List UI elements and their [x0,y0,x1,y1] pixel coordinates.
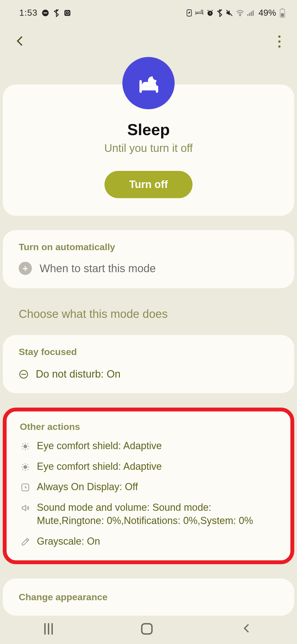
svg-rect-13 [281,8,284,9]
change-appearance-heading: Change appearance [19,592,278,602]
nav-back-button[interactable] [241,623,253,635]
other-actions-heading: Other actions [20,421,277,432]
dnd-row[interactable]: Do not disturb: On [19,368,278,380]
svg-rect-9 [249,13,250,16]
action-row-sound[interactable]: Sound mode and volume: Sound mode: Mute,… [20,501,277,528]
status-time: 1:53 [19,8,37,18]
svg-rect-1 [44,12,47,13]
svg-rect-8 [247,14,248,16]
bluetooth-icon-2 [217,9,223,17]
eyedropper-icon [20,536,31,547]
stay-focused-heading: Stay focused [19,346,278,357]
header-nav [0,23,297,57]
back-button[interactable] [14,34,27,49]
add-schedule-row[interactable]: + When to start this mode [19,262,278,275]
status-bar: 1:53 49% [0,0,297,23]
dnd-icon [19,369,29,379]
clock-app-icon [64,9,71,17]
section-choose-title: Choose what this mode does [3,288,294,321]
dnd-label: Do not disturb: On [36,368,120,380]
sleep-mode-icon [122,57,175,109]
svg-line-33 [22,469,23,470]
mute-icon [226,9,233,17]
svg-line-31 [22,464,23,465]
plus-icon: + [19,262,32,275]
battery-percent: 49% [258,8,276,18]
svg-line-32 [28,469,28,470]
nav-recents-button[interactable] [44,623,53,635]
svg-line-25 [28,443,28,444]
turn-off-button[interactable]: Turn off [105,171,193,198]
more-options-button[interactable] [278,36,283,48]
clock-square-icon [20,482,31,493]
signal-icon [247,10,255,16]
dnd-status-icon [42,9,49,17]
leaf-icon [186,9,193,17]
wifi-icon [236,10,244,16]
action-label: Grayscale: On [37,535,277,548]
change-appearance-card[interactable]: Change appearance [3,578,294,616]
action-row-eye-comfort-2[interactable]: Eye comfort shield: Adaptive [20,460,277,473]
action-label: Always On Display: Off [37,480,277,494]
svg-point-17 [24,445,27,448]
speaker-icon [20,503,31,514]
svg-point-26 [24,465,27,468]
svg-rect-11 [252,10,254,16]
svg-line-34 [28,464,28,465]
action-row-eye-comfort-1[interactable]: Eye comfort shield: Adaptive [20,439,277,453]
other-actions-card[interactable]: Other actions Eye comfort shield: Adapti… [3,408,294,564]
svg-point-7 [240,15,241,16]
status-left: 1:53 [19,8,71,18]
bluetooth-icon [53,9,59,17]
action-row-grayscale[interactable]: Grayscale: On [20,535,277,548]
add-schedule-label: When to start this mode [40,262,156,275]
alarm-icon [206,9,214,17]
auto-heading: Turn on automatically [19,242,278,252]
sun-icon [20,462,31,473]
stay-focused-card[interactable]: Stay focused Do not disturb: On [3,335,294,393]
action-label: Eye comfort shield: Adaptive [37,460,277,473]
action-label: Eye comfort shield: Adaptive [37,439,277,453]
battery-icon [279,8,286,18]
action-row-aod[interactable]: Always On Display: Off [20,480,277,494]
mode-subtitle: Until you turn it off [14,142,283,154]
mode-hero-card: Sleep Until you turn it off Turn off [3,84,294,216]
bed-status-icon [195,10,204,16]
system-nav-bar [0,614,297,644]
sun-icon [20,441,31,452]
svg-rect-10 [251,12,252,16]
svg-line-23 [28,449,28,449]
status-right: 49% [186,8,286,18]
action-label: Sound mode and volume: Sound mode: Mute,… [37,501,277,528]
auto-card[interactable]: Turn on automatically + When to start th… [3,230,294,288]
svg-line-24 [22,449,23,449]
nav-home-button[interactable] [141,623,153,635]
svg-line-22 [22,443,23,444]
svg-rect-14 [281,13,284,17]
